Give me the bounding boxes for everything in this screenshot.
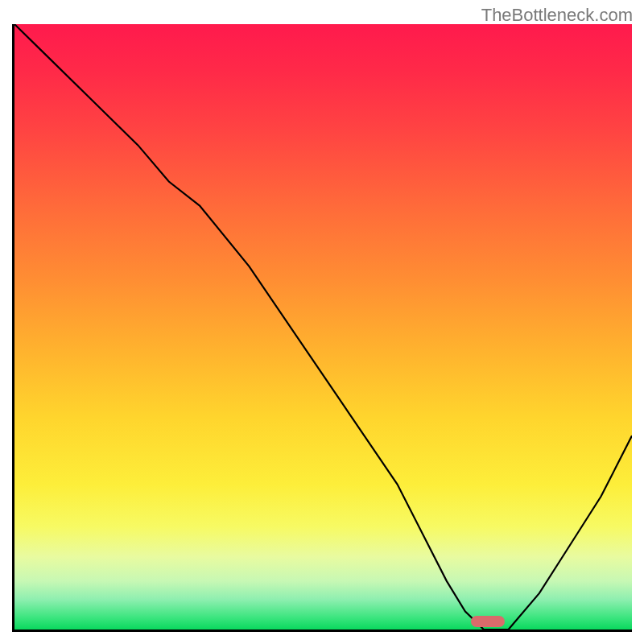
- watermark-text: TheBottleneck.com: [481, 5, 633, 26]
- curve-path: [14, 24, 632, 630]
- optimum-marker: [471, 616, 505, 627]
- bottleneck-curve: [14, 24, 632, 630]
- chart-plot-area: [12, 24, 632, 632]
